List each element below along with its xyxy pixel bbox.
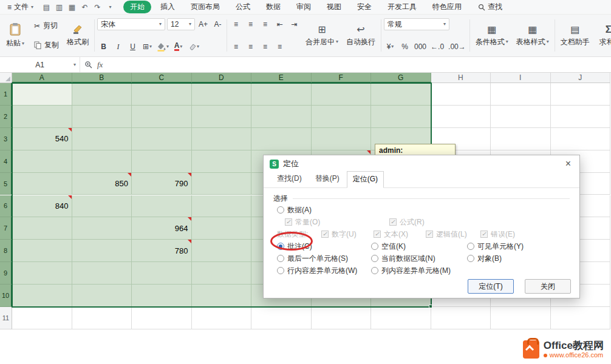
- cell-F2[interactable]: [312, 106, 372, 128]
- cell-A9[interactable]: [12, 262, 72, 285]
- cell-C4[interactable]: [132, 150, 192, 173]
- cell-B7[interactable]: [72, 217, 132, 240]
- row-header-7[interactable]: 7: [0, 217, 12, 240]
- col-header-I[interactable]: I: [491, 73, 551, 83]
- cell-D5[interactable]: [192, 173, 252, 195]
- cell-C5[interactable]: 790: [132, 173, 192, 195]
- align-right-button[interactable]: ≡: [259, 41, 271, 53]
- dialog-close-icon[interactable]: ×: [563, 159, 573, 169]
- cell-B11[interactable]: [72, 307, 132, 329]
- align-justify-button[interactable]: ≡: [273, 41, 286, 53]
- cell-B2[interactable]: [72, 106, 132, 128]
- cell-I3[interactable]: [491, 128, 551, 150]
- cell-G11[interactable]: [371, 307, 431, 329]
- col-header-C[interactable]: C: [132, 73, 192, 83]
- cell-C9[interactable]: [132, 262, 192, 285]
- cell-E3[interactable]: [251, 128, 312, 150]
- cell-D3[interactable]: [192, 128, 252, 150]
- fill-handle[interactable]: [429, 305, 432, 308]
- redo-icon[interactable]: ↷: [92, 2, 103, 13]
- col-header-E[interactable]: E: [251, 73, 312, 83]
- cell-C3[interactable]: [132, 128, 192, 150]
- cell-A1[interactable]: [12, 83, 72, 106]
- col-header-B[interactable]: B: [72, 73, 132, 83]
- menu-tab-8[interactable]: 安全: [350, 1, 378, 13]
- cell-D2[interactable]: [192, 106, 252, 128]
- conditional-format-button[interactable]: ▦ 条件格式▾: [473, 16, 511, 55]
- cell-D7[interactable]: [192, 217, 252, 240]
- menu-tab-2[interactable]: 插入: [154, 1, 182, 13]
- cell-D9[interactable]: [192, 262, 252, 285]
- row-header-2[interactable]: 2: [0, 106, 12, 128]
- cell-D4[interactable]: [192, 150, 252, 173]
- row-header-5[interactable]: 5: [0, 173, 12, 195]
- find-button[interactable]: 查找: [478, 2, 502, 12]
- radio-current-region[interactable]: 当前数据区域(N): [371, 254, 467, 264]
- save-icon[interactable]: ▤: [41, 2, 52, 13]
- cell-C2[interactable]: [132, 106, 192, 128]
- cell-A11[interactable]: [12, 307, 72, 329]
- cell-A2[interactable]: [12, 106, 72, 128]
- row-header-11[interactable]: 11: [0, 307, 12, 329]
- menu-tab-1[interactable]: 开始: [123, 1, 151, 13]
- align-center-button[interactable]: ≡: [244, 41, 257, 53]
- cell-B4[interactable]: [72, 150, 132, 173]
- format-painter-button[interactable]: 格式刷: [64, 16, 92, 55]
- number-format-select[interactable]: 常规 ▾: [384, 18, 449, 30]
- clear-format-button[interactable]: ▾: [186, 41, 200, 53]
- print-preview-icon[interactable]: ▦: [66, 2, 78, 13]
- radio-objects[interactable]: 对象(B): [467, 254, 502, 264]
- menu-tab-6[interactable]: 审阅: [290, 1, 318, 13]
- cell-F11[interactable]: [312, 307, 372, 329]
- cell-A4[interactable]: [12, 150, 72, 173]
- more-commands-icon[interactable]: ▾: [104, 2, 116, 13]
- cell-A8[interactable]: [12, 240, 72, 262]
- cell-B9[interactable]: [72, 262, 132, 285]
- italic-button[interactable]: I: [112, 41, 125, 53]
- cell-C10[interactable]: [132, 285, 192, 307]
- close-button[interactable]: 关闭: [525, 279, 571, 294]
- cell-B10[interactable]: [72, 285, 132, 307]
- font-color-button[interactable]: A ▾: [172, 41, 185, 53]
- cell-I2[interactable]: [491, 106, 551, 128]
- cell-H11[interactable]: [431, 307, 491, 329]
- menu-tab-7[interactable]: 视图: [320, 1, 348, 13]
- select-all-corner[interactable]: [0, 73, 12, 83]
- align-top-button[interactable]: ≡: [230, 18, 242, 30]
- file-menu-button[interactable]: ≡ 文件 ▾: [4, 2, 37, 12]
- cell-C6[interactable]: [132, 195, 192, 218]
- cell-B1[interactable]: [72, 83, 132, 106]
- cell-B3[interactable]: [72, 128, 132, 150]
- col-header-A[interactable]: A: [12, 73, 72, 83]
- cell-A7[interactable]: [12, 217, 72, 240]
- copy-button[interactable]: 复制: [31, 39, 62, 51]
- cell-A3[interactable]: 540: [12, 128, 72, 150]
- cell-F3[interactable]: [312, 128, 372, 150]
- wrap-text-button[interactable]: ↩ 自动换行: [343, 16, 378, 55]
- cell-J11[interactable]: [551, 307, 611, 329]
- menu-tab-9[interactable]: 开发工具: [381, 1, 423, 13]
- zoom-icon[interactable]: [80, 61, 96, 69]
- cell-J2[interactable]: [551, 106, 611, 128]
- cell-F1[interactable]: [312, 83, 372, 106]
- cut-button[interactable]: ✂ 剪切: [31, 20, 62, 32]
- cell-A6[interactable]: 840: [12, 195, 72, 218]
- row-header-3[interactable]: 3: [0, 128, 12, 150]
- tab-replace[interactable]: 替换(P): [309, 170, 346, 187]
- cell-E2[interactable]: [251, 106, 312, 128]
- undo-icon[interactable]: ↶: [79, 2, 90, 13]
- decrease-font-button[interactable]: A-: [211, 18, 224, 30]
- radio-visible-cells[interactable]: 可见单元格(Y): [467, 241, 524, 252]
- insert-function-button[interactable]: fx: [97, 60, 103, 70]
- row-header-1[interactable]: 1: [0, 83, 12, 106]
- radio-col-differences[interactable]: 列内容差异单元格(M): [371, 266, 451, 276]
- table-style-button[interactable]: ▦ 表格样式▾: [513, 16, 552, 55]
- cell-C7[interactable]: 964: [132, 217, 192, 240]
- cell-E1[interactable]: [251, 83, 312, 106]
- cell-C8[interactable]: 780: [132, 240, 192, 262]
- currency-format-button[interactable]: ¥ ▾: [384, 41, 397, 53]
- locate-button[interactable]: 定位(T): [468, 279, 514, 294]
- row-header-10[interactable]: 10: [0, 285, 12, 307]
- cell-H1[interactable]: [431, 83, 491, 106]
- formula-input[interactable]: [106, 57, 611, 72]
